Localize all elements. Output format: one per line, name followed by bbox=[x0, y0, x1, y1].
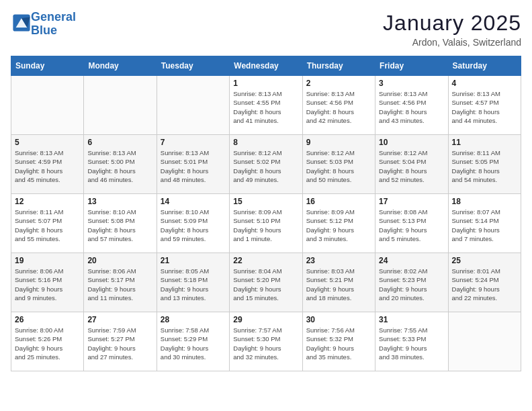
weekday-header-row: SundayMondayTuesdayWednesdayThursdayFrid… bbox=[11, 56, 521, 76]
day-info: Sunrise: 8:07 AM Sunset: 5:14 PM Dayligh… bbox=[452, 208, 517, 243]
day-info: Sunrise: 8:09 AM Sunset: 5:10 PM Dayligh… bbox=[233, 208, 298, 243]
calendar: SundayMondayTuesdayWednesdayThursdayFrid… bbox=[11, 56, 521, 371]
day-number: 1 bbox=[233, 79, 298, 88]
calendar-cell: 1Sunrise: 8:13 AM Sunset: 4:55 PM Daylig… bbox=[230, 76, 302, 135]
day-number: 18 bbox=[452, 197, 517, 206]
weekday-header-friday: Friday bbox=[375, 56, 448, 76]
day-number: 12 bbox=[15, 197, 80, 206]
calendar-cell: 17Sunrise: 8:08 AM Sunset: 5:13 PM Dayli… bbox=[375, 194, 448, 253]
day-info: Sunrise: 8:05 AM Sunset: 5:18 PM Dayligh… bbox=[161, 267, 226, 302]
day-info: Sunrise: 8:11 AM Sunset: 5:05 PM Dayligh… bbox=[452, 148, 517, 184]
calendar-cell: 5Sunrise: 8:13 AM Sunset: 4:59 PM Daylig… bbox=[11, 135, 84, 194]
day-info: Sunrise: 8:13 AM Sunset: 4:55 PM Dayligh… bbox=[233, 89, 298, 125]
day-info: Sunrise: 8:10 AM Sunset: 5:09 PM Dayligh… bbox=[161, 208, 226, 243]
calendar-cell bbox=[11, 76, 84, 135]
calendar-cell: 31Sunrise: 7:55 AM Sunset: 5:33 PM Dayli… bbox=[375, 312, 448, 371]
logo: General Blue bbox=[11, 11, 76, 38]
calendar-cell: 7Sunrise: 8:13 AM Sunset: 5:01 PM Daylig… bbox=[157, 135, 229, 194]
calendar-cell: 3Sunrise: 8:13 AM Sunset: 4:56 PM Daylig… bbox=[375, 76, 448, 135]
day-number: 29 bbox=[233, 315, 298, 324]
day-info: Sunrise: 8:13 AM Sunset: 4:56 PM Dayligh… bbox=[306, 89, 371, 125]
logo-line2: Blue bbox=[31, 24, 57, 37]
calendar-cell bbox=[448, 312, 521, 371]
calendar-cell: 13Sunrise: 8:10 AM Sunset: 5:08 PM Dayli… bbox=[84, 194, 157, 253]
day-number: 9 bbox=[306, 138, 371, 147]
day-number: 4 bbox=[452, 79, 517, 88]
weekday-header-sunday: Sunday bbox=[11, 56, 84, 76]
day-number: 26 bbox=[15, 315, 80, 324]
day-info: Sunrise: 8:13 AM Sunset: 4:57 PM Dayligh… bbox=[452, 89, 517, 125]
day-number: 17 bbox=[379, 197, 444, 206]
calendar-cell bbox=[84, 76, 157, 135]
calendar-cell: 20Sunrise: 8:06 AM Sunset: 5:17 PM Dayli… bbox=[84, 253, 157, 312]
calendar-cell: 16Sunrise: 8:09 AM Sunset: 5:12 PM Dayli… bbox=[302, 194, 375, 253]
calendar-cell: 9Sunrise: 8:12 AM Sunset: 5:03 PM Daylig… bbox=[302, 135, 375, 194]
logo-icon bbox=[12, 13, 31, 32]
week-row-3: 12Sunrise: 8:11 AM Sunset: 5:07 PM Dayli… bbox=[11, 194, 521, 253]
day-number: 14 bbox=[161, 197, 226, 206]
day-info: Sunrise: 8:09 AM Sunset: 5:12 PM Dayligh… bbox=[306, 208, 371, 243]
weekday-header-monday: Monday bbox=[84, 56, 157, 76]
calendar-cell bbox=[157, 76, 229, 135]
weekday-header-wednesday: Wednesday bbox=[230, 56, 302, 76]
weekday-header-tuesday: Tuesday bbox=[157, 56, 229, 76]
calendar-cell: 4Sunrise: 8:13 AM Sunset: 4:57 PM Daylig… bbox=[448, 76, 521, 135]
day-info: Sunrise: 8:12 AM Sunset: 5:04 PM Dayligh… bbox=[379, 148, 444, 184]
calendar-cell: 23Sunrise: 8:03 AM Sunset: 5:21 PM Dayli… bbox=[302, 253, 375, 312]
calendar-cell: 21Sunrise: 8:05 AM Sunset: 5:18 PM Dayli… bbox=[157, 253, 229, 312]
day-info: Sunrise: 8:02 AM Sunset: 5:23 PM Dayligh… bbox=[379, 267, 444, 302]
calendar-cell: 8Sunrise: 8:12 AM Sunset: 5:02 PM Daylig… bbox=[230, 135, 302, 194]
calendar-cell: 19Sunrise: 8:06 AM Sunset: 5:16 PM Dayli… bbox=[11, 253, 84, 312]
day-info: Sunrise: 8:06 AM Sunset: 5:16 PM Dayligh… bbox=[15, 267, 80, 302]
calendar-cell: 2Sunrise: 8:13 AM Sunset: 4:56 PM Daylig… bbox=[302, 76, 375, 135]
day-number: 6 bbox=[87, 138, 152, 147]
calendar-cell: 15Sunrise: 8:09 AM Sunset: 5:10 PM Dayli… bbox=[230, 194, 302, 253]
day-info: Sunrise: 7:58 AM Sunset: 5:29 PM Dayligh… bbox=[161, 326, 226, 361]
day-number: 10 bbox=[379, 138, 444, 147]
day-info: Sunrise: 7:55 AM Sunset: 5:33 PM Dayligh… bbox=[379, 326, 444, 361]
day-number: 24 bbox=[379, 256, 444, 265]
week-row-5: 26Sunrise: 8:00 AM Sunset: 5:26 PM Dayli… bbox=[11, 312, 521, 371]
title-block: January 2025 Ardon, Valais, Switzerland bbox=[383, 11, 521, 48]
calendar-cell: 14Sunrise: 8:10 AM Sunset: 5:09 PM Dayli… bbox=[157, 194, 229, 253]
calendar-cell: 29Sunrise: 7:57 AM Sunset: 5:30 PM Dayli… bbox=[230, 312, 302, 371]
day-number: 11 bbox=[452, 138, 517, 147]
calendar-cell: 28Sunrise: 7:58 AM Sunset: 5:29 PM Dayli… bbox=[157, 312, 229, 371]
day-number: 27 bbox=[87, 315, 152, 324]
month-title: January 2025 bbox=[383, 11, 521, 36]
calendar-cell: 22Sunrise: 8:04 AM Sunset: 5:20 PM Dayli… bbox=[230, 253, 302, 312]
day-info: Sunrise: 7:59 AM Sunset: 5:27 PM Dayligh… bbox=[87, 326, 152, 361]
day-info: Sunrise: 8:13 AM Sunset: 4:56 PM Dayligh… bbox=[379, 89, 444, 125]
calendar-cell: 26Sunrise: 8:00 AM Sunset: 5:26 PM Dayli… bbox=[11, 312, 84, 371]
week-row-1: 1Sunrise: 8:13 AM Sunset: 4:55 PM Daylig… bbox=[11, 76, 521, 135]
day-info: Sunrise: 7:57 AM Sunset: 5:30 PM Dayligh… bbox=[233, 326, 298, 361]
weekday-header-saturday: Saturday bbox=[448, 56, 521, 76]
day-number: 7 bbox=[161, 138, 226, 147]
calendar-cell: 25Sunrise: 8:01 AM Sunset: 5:24 PM Dayli… bbox=[448, 253, 521, 312]
day-number: 13 bbox=[87, 197, 152, 206]
day-info: Sunrise: 8:12 AM Sunset: 5:02 PM Dayligh… bbox=[233, 148, 298, 184]
day-number: 25 bbox=[452, 256, 517, 265]
day-info: Sunrise: 7:56 AM Sunset: 5:32 PM Dayligh… bbox=[306, 326, 371, 361]
day-info: Sunrise: 8:13 AM Sunset: 5:01 PM Dayligh… bbox=[161, 148, 226, 184]
day-info: Sunrise: 8:11 AM Sunset: 5:07 PM Dayligh… bbox=[15, 208, 80, 243]
day-info: Sunrise: 8:06 AM Sunset: 5:17 PM Dayligh… bbox=[87, 267, 152, 302]
day-number: 21 bbox=[161, 256, 226, 265]
day-number: 30 bbox=[306, 315, 371, 324]
calendar-cell: 10Sunrise: 8:12 AM Sunset: 5:04 PM Dayli… bbox=[375, 135, 448, 194]
calendar-cell: 18Sunrise: 8:07 AM Sunset: 5:14 PM Dayli… bbox=[448, 194, 521, 253]
day-info: Sunrise: 8:10 AM Sunset: 5:08 PM Dayligh… bbox=[87, 208, 152, 243]
day-number: 23 bbox=[306, 256, 371, 265]
week-row-2: 5Sunrise: 8:13 AM Sunset: 4:59 PM Daylig… bbox=[11, 135, 521, 194]
day-number: 28 bbox=[161, 315, 226, 324]
day-number: 5 bbox=[15, 138, 80, 147]
day-info: Sunrise: 8:13 AM Sunset: 4:59 PM Dayligh… bbox=[15, 148, 80, 184]
calendar-cell: 24Sunrise: 8:02 AM Sunset: 5:23 PM Dayli… bbox=[375, 253, 448, 312]
day-info: Sunrise: 8:03 AM Sunset: 5:21 PM Dayligh… bbox=[306, 267, 371, 302]
day-info: Sunrise: 8:13 AM Sunset: 5:00 PM Dayligh… bbox=[87, 148, 152, 184]
day-number: 15 bbox=[233, 197, 298, 206]
calendar-cell: 11Sunrise: 8:11 AM Sunset: 5:05 PM Dayli… bbox=[448, 135, 521, 194]
day-number: 22 bbox=[233, 256, 298, 265]
day-info: Sunrise: 8:01 AM Sunset: 5:24 PM Dayligh… bbox=[452, 267, 517, 302]
day-number: 2 bbox=[306, 79, 371, 88]
